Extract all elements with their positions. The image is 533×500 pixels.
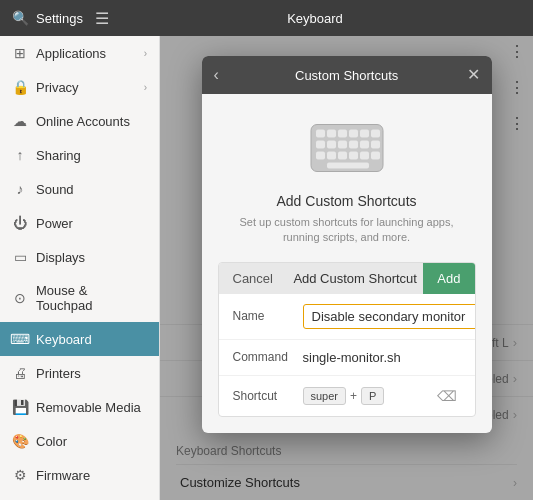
cancel-button[interactable]: Cancel [219,263,287,294]
color-icon: 🎨 [12,433,28,449]
titlebar-left: 🔍 Settings ☰ [12,9,109,28]
removable-media-icon: 💾 [12,399,28,415]
shortcut-label: Shortcut [233,389,303,403]
sidebar-item-firmware[interactable]: ⚙ Firmware [0,458,159,492]
name-input[interactable] [303,304,476,329]
applications-icon: ⊞ [12,45,28,61]
svg-rect-19 [371,152,380,160]
keyboard-illustration [222,118,472,181]
dialog-title: Custom Shortcuts [227,68,467,83]
sidebar-item-keyboard[interactable]: ⌨ Keyboard [0,322,159,356]
sidebar-item-sharing[interactable]: ↑ Sharing [0,138,159,172]
name-field-row: Name [219,294,475,340]
command-label: Command [233,350,303,364]
sidebar-item-color[interactable]: 🎨 Color [0,424,159,458]
key-plus-1: + [350,389,357,403]
svg-rect-4 [338,130,347,138]
svg-rect-8 [316,141,325,149]
printers-icon: 🖨 [12,365,28,381]
svg-rect-6 [360,130,369,138]
power-icon: ⏻ [12,215,28,231]
sidebar-label: Displays [36,250,147,265]
svg-rect-9 [327,141,336,149]
chevron-icon: › [144,48,147,59]
add-button[interactable]: Add [423,263,474,294]
dialog-subtitle: Set up custom shortcuts for launching ap… [222,215,472,246]
search-icon[interactable]: 🔍 [12,10,28,26]
keyboard-svg [307,118,387,178]
svg-rect-17 [349,152,358,160]
sharing-icon: ↑ [12,147,28,163]
sidebar-label: Keyboard [36,332,147,347]
sidebar-item-sound[interactable]: ♪ Sound [0,172,159,206]
form-header-title: Add Custom Shortcut [287,271,423,286]
svg-rect-2 [316,130,325,138]
sidebar-label: Privacy [36,80,136,95]
svg-rect-11 [349,141,358,149]
sidebar-label: Color [36,434,147,449]
sidebar-item-applications[interactable]: ⊞ Applications › [0,36,159,70]
sidebar-item-online-accounts[interactable]: ☁ Online Accounts [0,104,159,138]
firmware-icon: ⚙ [12,467,28,483]
mouse-icon: ⊙ [12,290,28,306]
content-area: ⋮ ⋮ ⋮ Alt+Shift L › Disabled › Disabled … [160,36,533,500]
dialog-header: ‹ Custom Shortcuts ✕ [202,56,492,94]
command-value: single-monitor.sh [303,350,401,365]
sidebar-label: Firmware [36,468,147,483]
sidebar: ⊞ Applications › 🔒 Privacy › ☁ Online Ac… [0,36,160,500]
sound-icon: ♪ [12,181,28,197]
command-field-row: Command single-monitor.sh [219,340,475,376]
sidebar-label: Mouse & Touchpad [36,283,147,313]
privacy-icon: 🔒 [12,79,28,95]
custom-shortcuts-dialog: ‹ Custom Shortcuts ✕ [202,56,492,433]
svg-rect-3 [327,130,336,138]
dialog-main-title: Add Custom Shortcuts [222,193,472,209]
sidebar-label: Sound [36,182,147,197]
sidebar-label: Power [36,216,147,231]
keyboard-icon: ⌨ [12,331,28,347]
svg-rect-15 [327,152,336,160]
app-name: Settings [36,11,83,26]
svg-rect-5 [349,130,358,138]
dialog-back-button[interactable]: ‹ [214,67,219,83]
sidebar-label: Printers [36,366,147,381]
shortcut-delete-button[interactable]: ⌫ [433,386,461,406]
modal-overlay: ‹ Custom Shortcuts ✕ [160,36,533,500]
svg-rect-12 [360,141,369,149]
name-label: Name [233,309,303,323]
sidebar-label: Sharing [36,148,147,163]
sidebar-label: Applications [36,46,136,61]
key-p: P [361,387,384,405]
shortcut-chips: super + P [303,387,433,405]
window-title: Keyboard [109,11,521,26]
form-header: Cancel Add Custom Shortcut Add [219,263,475,294]
titlebar: 🔍 Settings ☰ Keyboard [0,0,533,36]
online-accounts-icon: ☁ [12,113,28,129]
chevron-icon: › [144,82,147,93]
main-layout: ⊞ Applications › 🔒 Privacy › ☁ Online Ac… [0,36,533,500]
svg-rect-7 [371,130,380,138]
svg-rect-16 [338,152,347,160]
sidebar-item-power[interactable]: ⏻ Power [0,206,159,240]
sidebar-item-displays[interactable]: ▭ Displays [0,240,159,274]
dialog-body: Add Custom Shortcuts Set up custom short… [202,94,492,262]
hamburger-icon[interactable]: ☰ [95,9,109,28]
sidebar-item-region-language[interactable]: 🌐 Region & Language [0,492,159,500]
sidebar-item-removable-media[interactable]: 💾 Removable Media [0,390,159,424]
dialog-close-button[interactable]: ✕ [467,67,480,83]
sidebar-item-mouse-touchpad[interactable]: ⊙ Mouse & Touchpad [0,274,159,322]
svg-rect-13 [371,141,380,149]
sidebar-item-printers[interactable]: 🖨 Printers [0,356,159,390]
displays-icon: ▭ [12,249,28,265]
add-shortcut-form: Cancel Add Custom Shortcut Add Name Comm… [218,262,476,417]
sidebar-item-privacy[interactable]: 🔒 Privacy › [0,70,159,104]
svg-rect-20 [327,163,369,169]
form-fields: Name Command single-monitor.sh Shortcut [219,294,475,416]
shortcut-field-row: Shortcut super + P ⌫ [219,376,475,416]
key-super: super [303,387,347,405]
svg-rect-10 [338,141,347,149]
svg-rect-18 [360,152,369,160]
sidebar-label: Removable Media [36,400,147,415]
svg-rect-14 [316,152,325,160]
sidebar-label: Online Accounts [36,114,147,129]
